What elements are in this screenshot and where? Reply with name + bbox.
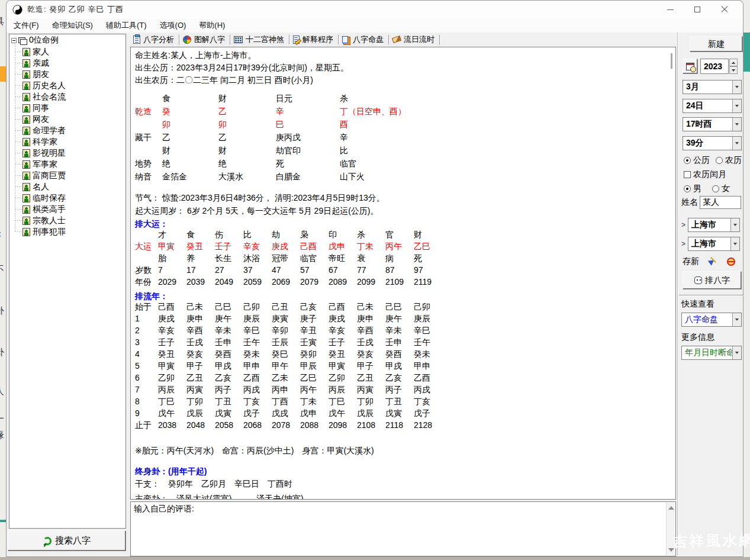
tree-root[interactable]: 0位命例: [9, 34, 125, 46]
dayun-cell: 劫: [272, 230, 300, 240]
face-icon: [694, 276, 702, 284]
dayun-row-label: 岁数: [135, 265, 158, 276]
comment-textarea[interactable]: 输入自己的评语:: [130, 501, 676, 556]
tree-item[interactable]: 名人: [9, 181, 125, 192]
quick-view-label: 快速查看: [681, 299, 714, 310]
tab-4[interactable]: 解释程序: [290, 33, 337, 46]
liunian-cell: 戊戌: [272, 408, 300, 419]
hour-select[interactable]: 17时酉: [683, 117, 742, 131]
liunian-cell: 乙巳: [300, 373, 329, 384]
tab-5[interactable]: 八字命盘: [339, 33, 388, 46]
lunar-radio-label: 农历: [725, 155, 742, 166]
tree-item[interactable]: 朋友: [9, 69, 125, 80]
spin-up-button[interactable]: [729, 59, 738, 66]
tree-item[interactable]: 家人: [9, 46, 125, 57]
city-select[interactable]: 上海市: [688, 237, 740, 251]
content-scrollbar[interactable]: [671, 53, 672, 69]
tree-item[interactable]: 历史名人: [9, 80, 125, 91]
day-select[interactable]: 24日: [683, 99, 742, 113]
dropdown-arrow-icon[interactable]: [732, 137, 741, 150]
tree-item[interactable]: 棋类高手: [9, 204, 125, 215]
flag-icon[interactable]: [709, 258, 717, 266]
tab-3[interactable]: 十二宫神煞: [231, 33, 288, 46]
scroll-up-icon[interactable]: [668, 506, 674, 510]
tree-item[interactable]: 亲戚: [9, 57, 125, 69]
month-select[interactable]: 3月: [683, 80, 742, 94]
dropdown-arrow-icon[interactable]: [730, 237, 739, 250]
liunian-cell: 乙酉: [414, 373, 442, 384]
name-input[interactable]: 某人: [700, 196, 741, 209]
pillar-cell: 山下火: [340, 172, 365, 182]
person-note-icon: [22, 183, 30, 191]
liunian-cell: 2108: [357, 420, 385, 430]
lunar-radio[interactable]: [716, 157, 723, 164]
city-expand-label[interactable]: >: [681, 240, 685, 248]
male-radio[interactable]: [684, 185, 691, 192]
quick-view-select[interactable]: 八字命盘: [681, 313, 742, 327]
liunian-cell: 丁酉: [272, 397, 300, 407]
female-radio[interactable]: [712, 185, 719, 192]
minute-select[interactable]: 39分: [683, 136, 742, 150]
pillar-cell: 卯: [218, 120, 276, 130]
dropdown-arrow-icon[interactable]: [732, 81, 741, 94]
dropdown-arrow-icon[interactable]: [732, 118, 741, 131]
dayun-cell: 2079: [300, 277, 329, 287]
dayun-cell: 财: [414, 230, 442, 240]
menu-file[interactable]: 文件(F): [14, 20, 39, 31]
liunian-cell: 甲寅: [329, 361, 357, 372]
dropdown-arrow-icon[interactable]: [730, 218, 739, 231]
arrange-bazi-button[interactable]: 排八字: [683, 271, 742, 289]
tree-item[interactable]: 影视明星: [9, 147, 125, 159]
province-expand-label[interactable]: >: [681, 221, 685, 229]
liunian-cell: 戊辰: [186, 408, 215, 419]
tab-2[interactable]: 图解八字: [180, 33, 229, 46]
liunian-cell: 戊子: [243, 408, 272, 419]
case-tree-panel: 0位命例 家人亲戚朋友历史名人社会名流同事网友命理学者科学家影视明星军事家富商巨…: [9, 34, 126, 529]
tree-item-label: 同事: [33, 103, 49, 114]
titlebar: 乾造: 癸卯 乙卯 辛巳 丁酉: [7, 1, 743, 18]
menu-options[interactable]: 选项(O): [160, 20, 186, 31]
tree-item[interactable]: 临时保存: [9, 192, 125, 204]
more-info-select[interactable]: 年月日时断命: [681, 346, 742, 360]
search-bazi-button[interactable]: 搜索八字: [8, 530, 126, 551]
maximize-button[interactable]: [684, 1, 711, 18]
tree-item[interactable]: 军事家: [9, 159, 125, 170]
tree-item[interactable]: 科学家: [9, 136, 125, 147]
liunian-cell: 丙戌: [243, 385, 272, 395]
dropdown-arrow-icon[interactable]: [732, 346, 741, 359]
tree-item[interactable]: 同事: [9, 102, 125, 114]
tab-6[interactable]: 流日流时: [390, 33, 439, 46]
tree-branch-line: [15, 96, 22, 97]
close-button[interactable]: [711, 1, 738, 18]
liunian-cell: 丙寅: [357, 385, 385, 395]
solar-radio[interactable]: [684, 157, 691, 164]
tree-item[interactable]: 社会名流: [9, 91, 125, 102]
menu-help[interactable]: 帮助(H): [199, 20, 225, 31]
pillar-cell: 辛: [276, 107, 340, 117]
liunian-cell: 辛酉: [357, 326, 385, 336]
tree-item[interactable]: 宗教人士: [9, 215, 125, 226]
dropdown-arrow-icon[interactable]: [732, 313, 741, 326]
person-note-icon: [22, 160, 30, 169]
leap-month-checkbox[interactable]: [684, 171, 691, 178]
tree-item[interactable]: 刑事犯罪: [9, 226, 125, 237]
spin-down-button[interactable]: [729, 66, 738, 74]
year-input[interactable]: 2023: [700, 59, 729, 74]
province-select[interactable]: 上海市: [688, 218, 740, 232]
dayun-row: 大运甲寅癸丑壬子辛亥庚戌己酉戊申丁未丙午乙巳: [135, 242, 442, 253]
panel-splitter[interactable]: [677, 33, 678, 555]
menu-tools[interactable]: 辅助工具(T): [106, 20, 147, 31]
collapse-icon[interactable]: [11, 38, 17, 43]
new-case-button[interactable]: 新建: [690, 36, 743, 52]
minimize-button[interactable]: [656, 1, 684, 18]
tree-item[interactable]: 富商巨贾: [9, 170, 125, 181]
tab-1[interactable]: 八字分析: [130, 33, 178, 46]
liunian-cell: 丙寅: [186, 385, 215, 395]
calendar-button[interactable]: [683, 59, 698, 74]
dropdown-arrow-icon[interactable]: [732, 99, 741, 112]
liunian-cell: 戊寅: [385, 408, 414, 419]
forbidden-icon[interactable]: [727, 258, 735, 266]
menu-knowledge[interactable]: 命理知识(S): [52, 20, 93, 31]
tree-item[interactable]: 命理学者: [9, 125, 125, 136]
tree-item[interactable]: 网友: [9, 114, 125, 125]
